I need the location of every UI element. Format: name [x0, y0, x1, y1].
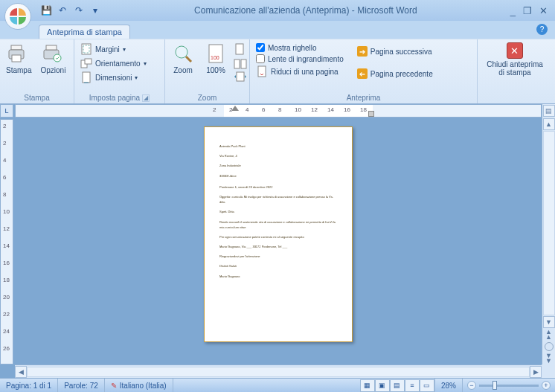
size-icon: [80, 71, 92, 83]
svg-rect-17: [234, 60, 240, 68]
arrow-left-icon: ➔: [357, 68, 368, 79]
printer-icon: [7, 42, 30, 65]
doc-line: Pordenone lì, venerdì 23 dicembre 2022: [219, 184, 337, 190]
zoom-out-button[interactable]: −: [467, 381, 476, 390]
group-page-setup: Margini ▾ Orientamento ▾ Dimensioni ▾ Im…: [74, 39, 165, 103]
group-close: ✕ Chiudi anteprima di stampa: [478, 39, 552, 103]
magnifier-checkbox[interactable]: Lente di ingrandimento: [253, 54, 347, 64]
view-print-layout[interactable]: ▦: [360, 379, 375, 392]
margin-stop-right[interactable]: [368, 111, 374, 117]
zoom-thumb[interactable]: [493, 381, 497, 390]
group-stampa-label: Stampa: [3, 93, 71, 103]
doc-line: Rendo manueli il sostenendo sito di assu…: [219, 219, 337, 230]
doc-line: Mario Gagnano, Via ___ 33172 Pordenone, …: [219, 244, 337, 249]
svg-rect-10: [83, 72, 90, 83]
undo-icon[interactable]: ↶: [57, 4, 68, 16]
show-ruler-input[interactable]: [256, 43, 265, 52]
save-icon[interactable]: 💾: [40, 4, 52, 16]
svg-text:100: 100: [211, 55, 219, 60]
redo-icon[interactable]: ↷: [73, 4, 85, 16]
two-pages-icon[interactable]: [234, 59, 247, 69]
next-page-button[interactable]: ➔ Pagina successiva: [354, 45, 436, 57]
view-web-layout[interactable]: ▤: [390, 379, 405, 392]
doc-line: 33333 Udine: [219, 173, 337, 179]
view-draft[interactable]: ▭: [420, 379, 434, 392]
close-preview-button[interactable]: ✕ Chiudi anteprima di stampa: [484, 41, 546, 78]
zoom-track[interactable]: [479, 385, 539, 387]
scroll-right-button[interactable]: ▶: [530, 366, 542, 378]
tab-stop-left[interactable]: [231, 106, 239, 111]
doc-line: Distinti Saluti: [219, 263, 337, 269]
close-icon: ✕: [507, 42, 523, 59]
zoom-100-button[interactable]: 100 100%: [201, 41, 231, 76]
status-words[interactable]: Parole: 72: [58, 379, 105, 392]
page-setup-launcher[interactable]: ◢: [142, 94, 150, 102]
page-100-icon: 100: [205, 42, 227, 65]
magnifier-icon: [172, 42, 194, 65]
scroll-v-track[interactable]: [543, 131, 555, 315]
qat-more-icon[interactable]: ▾: [89, 4, 101, 16]
svg-rect-19: [237, 72, 244, 81]
scroll-up-button[interactable]: ▲: [543, 118, 555, 130]
ruler-toggle-icon[interactable]: ▤: [543, 105, 555, 117]
svg-point-12: [176, 46, 187, 58]
status-bar: Pagina: 1 di 1 Parole: 72 ✎ Italiano (It…: [0, 378, 555, 392]
magnifier-input[interactable]: [256, 54, 265, 63]
scroll-left-button[interactable]: ◀: [15, 366, 27, 378]
ruler-corner[interactable]: L: [0, 104, 13, 118]
next-page-nav[interactable]: ▼▼: [545, 353, 552, 364]
zoom-in-button[interactable]: +: [542, 381, 551, 390]
window-title: Comunicazione all'azienda (Anteprima) - …: [101, 5, 510, 16]
zoom-slider[interactable]: − +: [463, 381, 555, 390]
help-icon[interactable]: ?: [536, 24, 548, 35]
status-page[interactable]: Pagina: 1 di 1: [0, 379, 58, 392]
page-width-icon[interactable]: [234, 71, 247, 82]
options-button[interactable]: Opzioni: [37, 41, 68, 76]
document-area: L 224681012141618 2246810121416182022242…: [0, 104, 555, 378]
doc-line: Mario Gagnano: [219, 274, 337, 279]
scroll-h-track[interactable]: [27, 367, 530, 377]
vertical-scrollbar[interactable]: ▤ ▲ ▼ ▲▲ ▼▼: [542, 104, 555, 364]
shrink-page-icon: [256, 65, 268, 77]
view-buttons: ▦ ▣ ▤ ≡ ▭: [360, 379, 434, 392]
doc-line: Zona Industriale: [219, 163, 337, 168]
ribbon-tab-row: Anteprima di stampa ?: [0, 21, 555, 39]
view-full-screen[interactable]: ▣: [375, 379, 390, 392]
print-button[interactable]: Stampa: [3, 41, 34, 76]
horizontal-ruler[interactable]: 224681012141618: [15, 104, 542, 118]
vertical-ruler[interactable]: 22468101214161820222426: [0, 119, 13, 364]
orientation-label: Orientamento: [95, 60, 141, 68]
minimize-button[interactable]: _: [510, 5, 516, 16]
close-window-button[interactable]: ✕: [539, 5, 548, 16]
zoom-level[interactable]: 28%: [434, 379, 463, 392]
view-outline[interactable]: ≡: [405, 379, 420, 392]
one-page-icon[interactable]: [234, 43, 247, 57]
orientation-button[interactable]: Orientamento ▾: [77, 57, 150, 70]
show-ruler-checkbox[interactable]: Mostra righello: [253, 42, 347, 53]
prev-page-nav[interactable]: ▲▲: [545, 330, 552, 340]
doc-line: Via Rovine, 4: [219, 153, 337, 158]
scroll-down-button[interactable]: ▼: [543, 316, 555, 328]
resize-grip[interactable]: [542, 364, 555, 378]
doc-line: Per ogni comunicazione potete contesto m…: [219, 234, 337, 240]
horizontal-scrollbar[interactable]: ◀ ▶: [15, 364, 542, 378]
printer-options-icon: [42, 42, 64, 65]
zoom-button[interactable]: Zoom: [168, 41, 198, 76]
restore-button[interactable]: ❐: [523, 5, 532, 16]
status-language-label: Italiano (Italia): [120, 382, 167, 390]
office-button[interactable]: [4, 3, 31, 30]
prev-page-button[interactable]: ➔ Pagina precedente: [354, 68, 436, 80]
status-language[interactable]: ✎ Italiano (Italia): [105, 379, 173, 392]
shrink-one-page-button[interactable]: Riduci di una pagina: [253, 65, 347, 78]
options-label: Opzioni: [40, 66, 65, 74]
size-button[interactable]: Dimensioni ▾: [77, 71, 150, 84]
svg-rect-0: [11, 45, 22, 50]
svg-rect-16: [236, 44, 243, 54]
page-viewport[interactable]: Azienda Pack Plant Via Rovine, 4 Zona In…: [15, 119, 542, 364]
print-label: Stampa: [6, 66, 31, 74]
zoom-label: Zoom: [173, 66, 193, 74]
margins-button[interactable]: Margini ▾: [77, 42, 150, 56]
browse-object-button[interactable]: [545, 342, 554, 351]
tab-print-preview[interactable]: Anteprima di stampa: [39, 25, 130, 39]
group-preview-label: Anteprima: [253, 93, 474, 103]
